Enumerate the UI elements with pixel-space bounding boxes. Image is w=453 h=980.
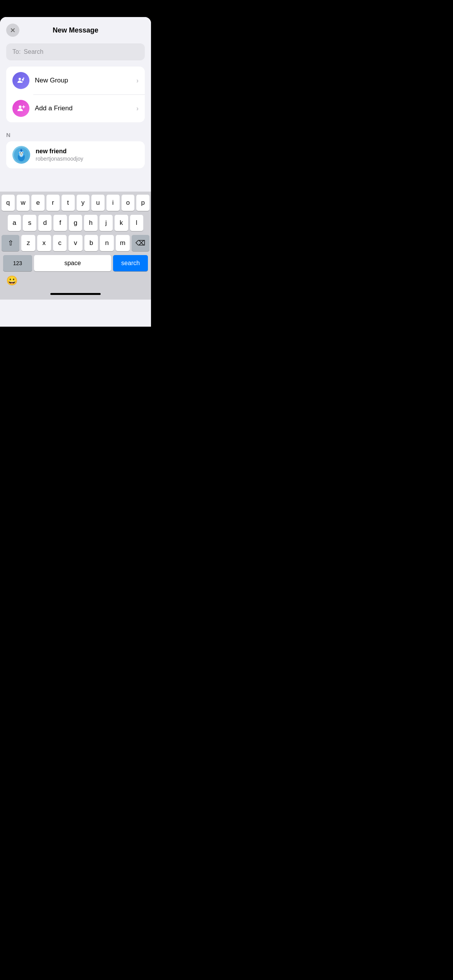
key-b[interactable]: b (84, 235, 98, 251)
emoji-button[interactable]: 😀 (6, 275, 18, 286)
avatar-new-friend (12, 146, 30, 164)
add-friend-icon (12, 100, 29, 117)
action-list: New Group › Add a Friend › (6, 67, 145, 122)
contact-item-new-friend[interactable]: new friend robertjonasmoodjoy (6, 141, 145, 168)
key-g[interactable]: g (69, 215, 82, 231)
key-o[interactable]: o (122, 195, 135, 211)
key-n[interactable]: n (100, 235, 114, 251)
key-w[interactable]: w (17, 195, 30, 211)
add-friend-label: Add a Friend (35, 105, 136, 112)
key-x[interactable]: x (37, 235, 51, 251)
search-input[interactable]: Search (24, 48, 139, 55)
key-c[interactable]: c (53, 235, 67, 251)
svg-point-7 (19, 106, 22, 108)
emoji-bar: 😀 (0, 273, 151, 290)
keyboard: q w e r t y u i o p a s d f g h j k l ⇧ … (0, 192, 151, 273)
key-k[interactable]: k (115, 215, 128, 231)
home-bar (50, 293, 101, 295)
header: New Message (0, 17, 151, 40)
key-a[interactable]: a (8, 215, 21, 231)
svg-point-3 (22, 79, 24, 81)
svg-point-16 (20, 152, 21, 153)
key-t[interactable]: t (62, 195, 75, 211)
new-group-item[interactable]: New Group › (6, 67, 145, 94)
new-group-chevron: › (136, 77, 139, 85)
space-key[interactable]: space (34, 255, 111, 271)
keyboard-row-3: ⇧ z x c v b n m ⌫ (2, 235, 149, 251)
key-e[interactable]: e (31, 195, 45, 211)
numbers-key[interactable]: 123 (3, 255, 32, 271)
shift-key[interactable]: ⇧ (2, 235, 19, 251)
to-label: To: (12, 48, 21, 55)
keyboard-row-2: a s d f g h j k l (2, 215, 149, 231)
key-z[interactable]: z (21, 235, 35, 251)
add-friend-item[interactable]: Add a Friend › (6, 94, 145, 122)
add-friend-chevron: › (136, 105, 139, 113)
backspace-key[interactable]: ⌫ (132, 235, 149, 251)
key-u[interactable]: u (91, 195, 105, 211)
new-group-label: New Group (35, 77, 136, 84)
key-d[interactable]: d (38, 215, 51, 231)
key-v[interactable]: v (69, 235, 82, 251)
key-p[interactable]: p (136, 195, 149, 211)
key-m[interactable]: m (116, 235, 130, 251)
keyboard-row-bottom: 123 space search (3, 255, 148, 271)
page-title: New Message (53, 26, 98, 34)
section-header-n: N (0, 128, 151, 141)
key-r[interactable]: r (46, 195, 60, 211)
contact-list: new friend robertjonasmoodjoy (6, 141, 145, 168)
key-l[interactable]: l (130, 215, 143, 231)
key-f[interactable]: f (53, 215, 67, 231)
contact-name: new friend (36, 148, 83, 155)
new-group-icon (12, 72, 29, 89)
contact-info-new-friend: new friend robertjonasmoodjoy (36, 148, 83, 162)
svg-point-2 (19, 78, 21, 80)
svg-point-17 (22, 152, 23, 153)
key-y[interactable]: y (77, 195, 90, 211)
home-indicator (0, 290, 151, 300)
key-h[interactable]: h (84, 215, 97, 231)
keyboard-row-1: q w e r t y u i o p (2, 195, 149, 211)
close-button[interactable] (6, 24, 19, 37)
to-search-bar[interactable]: To: Search (6, 43, 145, 60)
key-i[interactable]: i (106, 195, 120, 211)
key-s[interactable]: s (23, 215, 36, 231)
key-q[interactable]: q (2, 195, 15, 211)
contact-username: robertjonasmoodjoy (36, 156, 83, 162)
key-j[interactable]: j (100, 215, 113, 231)
search-key[interactable]: search (113, 255, 148, 271)
